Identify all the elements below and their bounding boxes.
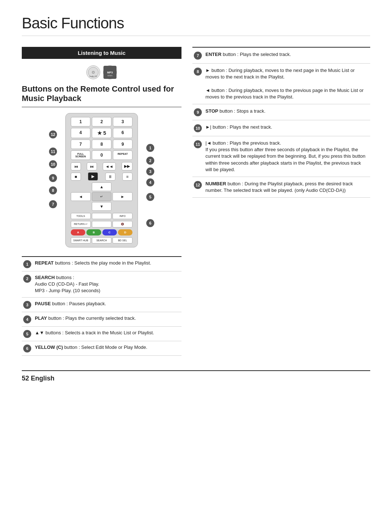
prev-track-btn: ⏮ — [71, 162, 81, 170]
ann-text-12: NUMBER button : During the Playlist play… — [205, 181, 369, 194]
play-btn: ▶ — [88, 172, 98, 181]
ann-num-9: 9 — [194, 108, 202, 116]
stop-btn: ■ — [71, 173, 81, 181]
dpad-empty-tr — [113, 182, 132, 191]
dpad-up-btn: ▲ — [92, 182, 112, 191]
dpad-left-btn: ◄ — [71, 192, 91, 201]
ann-text-11: |◄ button : Plays the previous track.If … — [205, 140, 369, 173]
key-3: 3 — [113, 117, 132, 126]
key-0: 0 — [92, 150, 111, 160]
dpad-center-btn: ↵ — [92, 192, 112, 201]
bd-sel-btn: BD SEL — [113, 237, 132, 243]
key-6: 6 — [113, 128, 132, 138]
ann-text-2: SEARCH buttons :Audio CD (CD-DA) - Fast … — [35, 274, 180, 294]
annotation-row-6: 6 YELLOW (C) button : Select Edit Mode o… — [22, 341, 181, 356]
svg-point-2 — [93, 72, 94, 73]
color-btn-c: C — [102, 229, 117, 235]
svg-text:WMA: WMA — [107, 74, 113, 77]
callout-10: 10 — [49, 160, 57, 168]
ann-num-5: 5 — [23, 330, 31, 338]
callout-4: 4 — [146, 178, 154, 186]
ann-num-10: 10 — [194, 124, 202, 132]
page-footer: 52 English — [22, 370, 370, 382]
key-fullscreen: FULL SCREEN — [71, 150, 90, 160]
ann-num-2: 2 — [23, 275, 31, 283]
ann-num-8: 8 — [194, 68, 202, 76]
dpad-empty-bl — [71, 202, 91, 211]
mp3-wma-icon: MP3 WMA — [103, 65, 117, 79]
right-ann-row-9: 9 STOP button : Stops a track. — [192, 104, 370, 120]
page-number: 52 — [22, 375, 29, 382]
right-ann-row-7: 7 ENTER button : Plays the selected trac… — [192, 48, 370, 64]
callout-1: 1 — [146, 144, 154, 152]
remote-numpad: 1 2 3 4 ★ 5 6 7 8 9 FULL SCREEN 0 REPEAT — [71, 117, 132, 160]
ann-num-4: 4 — [23, 315, 31, 323]
ann-num-6: 6 — [23, 344, 31, 352]
callout-11: 11 — [49, 148, 57, 156]
annotation-row-4: 4 PLAY button : Plays the currently sele… — [22, 312, 181, 327]
rewind-btn: ◄◄ — [103, 162, 116, 170]
callout-8: 8 — [49, 186, 57, 194]
audio-cd-icon: Audio CD — [86, 65, 100, 79]
info-btn: INFO — [113, 213, 132, 219]
callout-2: 2 — [146, 157, 154, 165]
right-column: 7 ENTER button : Plays the selected trac… — [192, 47, 370, 356]
section-header: Listening to Music — [22, 47, 181, 59]
right-ann-row-10: 10 ►| button : Plays the next track. — [192, 120, 370, 136]
key-1: 1 — [71, 117, 90, 126]
right-ann-row-12: 12 NUMBER button : During the Playlist p… — [192, 177, 370, 198]
key-2: 2 — [92, 117, 111, 126]
ann-text-7: ENTER button : Plays the selected track. — [205, 51, 369, 58]
page-title: Basic Functions — [22, 15, 370, 36]
ann-num-1: 1 — [23, 260, 31, 268]
callout-3: 3 — [146, 168, 154, 176]
key-9: 9 — [113, 140, 132, 149]
ann-num-7: 7 — [194, 52, 202, 60]
pause-btn: ⏸ — [105, 173, 115, 181]
color-btn-d: D — [118, 229, 132, 235]
ann-text-1: REPEAT buttons : Selects the play mode i… — [35, 260, 180, 266]
search-btn: SEARCH — [92, 237, 112, 243]
remote-color-btns: A B C D — [71, 229, 132, 235]
callout-9: 9 — [49, 174, 57, 182]
remote-return-row: RETURN ↩ 🔇 — [71, 221, 132, 227]
svg-text:Audio CD: Audio CD — [89, 75, 97, 77]
empty-btn — [92, 213, 112, 219]
ann-text-3: PAUSE button : Pauses playback. — [35, 301, 180, 307]
bottom-annotations: 1 REPEAT buttons : Selects the play mode… — [22, 256, 181, 356]
right-ann-row-11: 11 |◄ button : Plays the previous track.… — [192, 136, 370, 177]
ann-text-5: ▲▼ buttons : Selects a track in the Musi… — [35, 330, 180, 336]
key-7: 7 — [71, 140, 90, 149]
mute-btn: 🔇 — [113, 221, 132, 227]
menu-btn: ≡ — [122, 173, 132, 181]
section-subtitle: Buttons on the Remote Control used for M… — [22, 84, 181, 107]
key-5: ★ 5 — [92, 128, 111, 138]
ann-num-12: 12 — [194, 181, 202, 189]
left-column: Listening to Music Audio CD MP3 WMA Butt… — [22, 47, 181, 356]
callout-5: 5 — [146, 193, 154, 201]
empty-btn2 — [92, 221, 112, 227]
callout-6: 6 — [146, 219, 154, 227]
next-track-btn: ⏭ — [87, 162, 97, 170]
key-4: 4 — [71, 128, 90, 138]
annotation-row-2: 2 SEARCH buttons :Audio CD (CD-DA) - Fas… — [22, 271, 181, 298]
return-btn: RETURN ↩ — [71, 221, 91, 227]
ann-num-11: 11 — [194, 140, 202, 148]
annotation-row-5: 5 ▲▼ buttons : Selects a track in the Mu… — [22, 327, 181, 341]
tools-btn: TOOLS — [71, 213, 91, 219]
color-btn-a: A — [71, 229, 85, 235]
ann-text-10: ►| button : Plays the next track. — [205, 124, 369, 130]
ann-text-6: YELLOW (C) button : Select Edit Mode or … — [35, 344, 180, 351]
remote-ctrl-row: ■ ▶ ⏸ ≡ — [71, 172, 132, 181]
callout-12: 12 — [49, 130, 57, 138]
ann-text-8: ► button : During playback, moves to the… — [205, 67, 369, 100]
callout-7: 7 — [49, 200, 57, 208]
right-ann-row-8: 8 ► button : During playback, moves to t… — [192, 64, 370, 104]
dpad-down-btn: ▼ — [92, 202, 112, 211]
color-btn-b: B — [86, 229, 101, 235]
remote-diagram: 12 11 10 9 8 7 1 2 3 4 — [22, 113, 181, 247]
ann-text-9: STOP button : Stops a track. — [205, 108, 369, 114]
annotation-row-3: 3 PAUSE button : Pauses playback. — [22, 298, 181, 312]
remote-dpad: ▲ ◄ ↵ ► ▼ — [71, 182, 132, 211]
smart-hub-btn: SMART HUB — [71, 237, 91, 243]
